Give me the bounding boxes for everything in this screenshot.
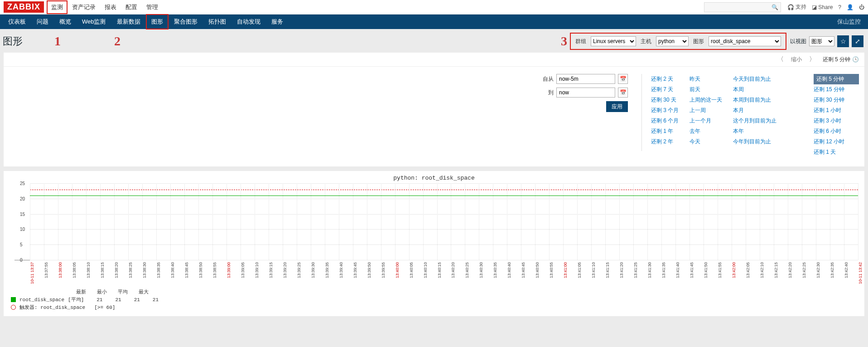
legend-swatch-green [11, 297, 16, 302]
from-input[interactable] [556, 74, 615, 84]
submenu-overview[interactable]: 概览 [54, 14, 77, 29]
topmenu-config[interactable]: 配置 [121, 0, 142, 14]
x-tick-label: 13:37:55 [44, 262, 48, 278]
submenu-latest[interactable]: 最新数据 [111, 14, 146, 29]
from-label: 自从 [543, 75, 554, 83]
quick-range-link[interactable]: 上一个月 [690, 116, 722, 126]
headset-icon: 🎧 [787, 4, 794, 10]
group-select[interactable]: Linux servers [591, 36, 636, 46]
apply-button[interactable]: 应用 [606, 101, 628, 112]
search-input[interactable]: 🔍 [704, 2, 781, 12]
from-calendar-icon[interactable]: 📅 [618, 74, 628, 84]
graph-label: 图形 [693, 38, 704, 45]
quick-range-link[interactable]: 上一周 [690, 105, 722, 116]
submenu-problems[interactable]: 问题 [31, 14, 54, 29]
zoom-out-link[interactable]: 缩小 [791, 56, 802, 64]
submenu-discovery[interactable]: 自动发现 [231, 14, 266, 29]
quick-range-link[interactable]: 还剩 2 年 [651, 137, 679, 147]
submenu-services[interactable]: 服务 [266, 14, 289, 29]
power-icon[interactable]: ⏻ [859, 4, 864, 10]
x-tick-label: 13:40:20 [451, 262, 455, 278]
x-tick-label: 13:42:20 [788, 262, 792, 278]
x-tick-label: 13:38:35 [156, 262, 161, 278]
to-calendar-icon[interactable]: 📅 [618, 88, 628, 98]
quick-range-link[interactable]: 还剩 1 年 [651, 126, 679, 137]
quick-range-link[interactable]: 还剩 6 个月 [651, 116, 679, 126]
quick-range-link[interactable]: 前天 [690, 84, 722, 95]
quick-range-link[interactable]: 今天到目前为止 [733, 74, 776, 84]
view-select[interactable]: 图形 [809, 36, 834, 46]
quick-range-link[interactable]: 昨天 [690, 74, 722, 84]
quick-range-link[interactable]: 还剩 7 天 [651, 84, 679, 95]
x-tick-label: 13:41:10 [591, 262, 596, 278]
x-tick-label: 13:38:45 [184, 262, 189, 278]
legend-headers: 最新 最小 平均 最大 [11, 288, 864, 295]
x-tick-label: 13:39:10 [255, 262, 259, 278]
time-nav-row: 〈 缩小 〉 还剩 5 分钟 🕓 [4, 53, 864, 67]
quick-range-link[interactable]: 还剩 3 小时 [814, 116, 859, 126]
submenu-graphs[interactable]: 图形 [146, 14, 169, 29]
submenu-screens[interactable]: 聚合图形 [169, 14, 203, 29]
user-icon[interactable]: 👤 [847, 4, 854, 10]
logo[interactable]: ZABBIX [4, 1, 44, 13]
quick-range-link[interactable]: 还剩 15 分钟 [814, 84, 859, 95]
legend-swatch-red-circle [11, 305, 16, 310]
quick-range-link[interactable]: 还剩 1 天 [814, 147, 859, 157]
help-icon[interactable]: ? [838, 4, 841, 10]
x-tick-label: 13:39:30 [311, 262, 315, 278]
x-tick-label: 13:41:20 [619, 262, 624, 278]
topmenu-monitoring[interactable]: 监测 [47, 0, 68, 14]
to-input[interactable] [556, 88, 615, 98]
quick-range-link[interactable]: 上周的这一天 [690, 95, 722, 105]
topmenu-admin[interactable]: 管理 [142, 0, 163, 14]
quick-range-link[interactable]: 这个月到目前为止 [733, 116, 776, 126]
quick-range-link[interactable]: 还剩 3 个月 [651, 105, 679, 116]
quick-range-link[interactable]: 本年 [733, 126, 776, 137]
quick-range-link[interactable]: 本周到目前为止 [733, 95, 776, 105]
legend-trigger-label: 触发器: root_disk_space [19, 304, 85, 311]
fullscreen-button[interactable]: ⤢ [852, 35, 863, 47]
quick-range-link[interactable]: 还剩 1 小时 [814, 105, 859, 116]
expand-icon: ⤢ [855, 38, 860, 45]
x-tick-label: 13:39:50 [367, 262, 371, 278]
x-tick-label: 13:39:25 [297, 262, 301, 278]
x-tick-label: 13:42:40 [844, 262, 849, 278]
quick-range-link[interactable]: 今天 [690, 137, 722, 147]
chart-block: python: root_disk_space 0510152025 10-11… [4, 171, 864, 316]
time-filter: 自从 📅 到 📅 应用 还剩 2 天还剩 7 天还剩 30 天还剩 3 个月还剩… [4, 67, 864, 166]
nav-prev-icon[interactable]: 〈 [775, 55, 786, 64]
x-tick-label: 13:38:25 [128, 262, 133, 278]
submenu-right-link[interactable]: 保山监控 [832, 14, 865, 29]
submenu-maps[interactable]: 拓扑图 [203, 14, 231, 29]
favorite-button[interactable]: ☆ [837, 35, 849, 47]
legend-block: 最新 最小 平均 最大 root_disk_space [平均] 21 21 2… [4, 288, 864, 314]
quick-range-link[interactable]: 还剩 30 天 [651, 95, 679, 105]
quick-range-link[interactable]: 还剩 30 分钟 [814, 95, 859, 105]
quick-range-link[interactable]: 还剩 5 分钟 [814, 74, 859, 84]
quick-range-link[interactable]: 还剩 2 天 [651, 74, 679, 84]
topmenu-inventory[interactable]: 资产记录 [68, 0, 100, 14]
search-icon: 🔍 [772, 4, 778, 10]
top-right-icons: 🎧支持 ◪Share ? 👤 ⏻ [787, 3, 864, 11]
quick-range-link[interactable]: 今年到目前为止 [733, 137, 776, 147]
submenu-dashboard[interactable]: 仪表板 [3, 14, 31, 29]
quick-range-link[interactable]: 本月 [733, 105, 776, 116]
header-row: 图形 1 2 3 群组 Linux servers 主机 python 图形 r… [0, 29, 868, 52]
x-tick-label: 13:39:35 [325, 262, 329, 278]
submenu-web[interactable]: Web监测 [77, 14, 111, 29]
x-tick-label: 13:40:45 [521, 262, 526, 278]
graph-select[interactable]: root_disk_space [709, 36, 781, 46]
quick-range-link[interactable]: 去年 [690, 126, 722, 137]
annotation-3: 3 [561, 34, 567, 49]
share-link[interactable]: ◪Share [812, 4, 833, 10]
quick-ranges-right: 还剩 5 分钟还剩 15 分钟还剩 30 分钟还剩 1 小时还剩 3 小时还剩 … [814, 74, 859, 157]
quick-range-link[interactable]: 本周 [733, 84, 776, 95]
quick-range-link[interactable]: 还剩 6 小时 [814, 126, 859, 137]
host-select[interactable]: python [656, 36, 689, 46]
nav-next-icon[interactable]: 〉 [806, 55, 818, 64]
x-tick-label: 13:39:45 [353, 262, 357, 278]
topmenu-reports[interactable]: 报表 [100, 0, 121, 14]
quick-range-link[interactable]: 还剩 12 小时 [814, 137, 859, 147]
support-link[interactable]: 🎧支持 [787, 3, 806, 11]
x-tick-label: 13:41:30 [647, 262, 652, 278]
